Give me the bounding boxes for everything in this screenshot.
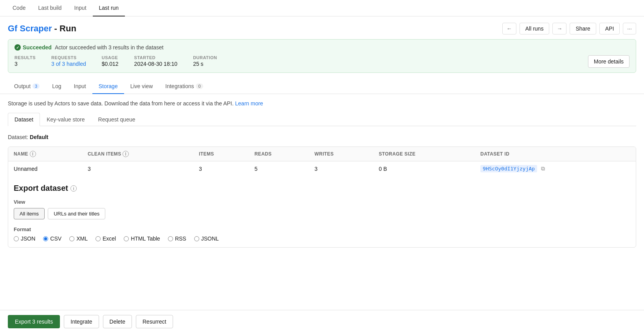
stat-duration-label: DURATION xyxy=(193,55,217,60)
stat-usage-label: USAGE xyxy=(102,55,119,60)
sub-tab-integrations[interactable]: Integrations 0 xyxy=(159,79,209,94)
sub-tab-output-label: Output xyxy=(14,83,31,89)
format-xml-radio[interactable] xyxy=(69,236,74,241)
format-csv[interactable]: CSV xyxy=(43,235,61,242)
col-clean-items: CLEAN ITEMS i xyxy=(82,147,193,161)
view-label: View xyxy=(14,199,630,205)
prev-button[interactable]: ← xyxy=(502,23,516,34)
stat-started-value: 2024-08-30 18:10 xyxy=(134,61,178,67)
col-clean-items-info[interactable]: i xyxy=(123,151,129,157)
sub-tab-output[interactable]: Output 3 xyxy=(8,79,46,94)
format-jsonl-radio[interactable] xyxy=(194,236,199,241)
format-rss[interactable]: RSS xyxy=(168,235,186,242)
table-header-row: NAME i CLEAN ITEMS i ITEMS READS WRITES … xyxy=(8,147,636,161)
more-button[interactable]: ··· xyxy=(623,23,636,34)
stat-usage: USAGE $0.012 xyxy=(102,55,119,67)
col-name: NAME i xyxy=(8,147,82,161)
stat-usage-value: $0.012 xyxy=(102,61,119,67)
output-badge: 3 xyxy=(32,83,40,89)
tab-code[interactable]: Code xyxy=(6,0,32,16)
sub-tab-storage[interactable]: Storage xyxy=(92,79,124,94)
col-writes: WRITES xyxy=(309,147,373,161)
stats-row: RESULTS 3 REQUESTS 3 of 3 handled USAGE … xyxy=(14,55,630,68)
storage-tabs: Dataset Key-value store Request queue xyxy=(8,113,636,126)
table-row: Unnamed 3 3 5 3 0 B 9HScOy0dI1YjzyjAp ⧉ xyxy=(8,161,636,176)
learn-more-link[interactable]: Learn more xyxy=(235,100,263,107)
api-button[interactable]: API xyxy=(599,23,620,34)
dataset-table-wrap: NAME i CLEAN ITEMS i ITEMS READS WRITES … xyxy=(8,147,636,248)
stat-results-value: 3 xyxy=(14,61,36,67)
storage-tab-request-queue[interactable]: Request queue xyxy=(92,113,142,126)
header-actions: ← All runs → Share API ··· xyxy=(502,23,636,34)
stat-started: STARTED 2024-08-30 18:10 xyxy=(134,55,178,67)
format-json[interactable]: JSON xyxy=(14,235,35,242)
stat-results: RESULTS 3 xyxy=(14,55,36,67)
dataset-id-value[interactable]: 9HScOy0dI1YjzyjAp xyxy=(480,165,537,172)
storage-tab-dataset[interactable]: Dataset xyxy=(8,113,40,126)
all-runs-button[interactable]: All runs xyxy=(520,23,550,34)
sub-tab-log-label: Log xyxy=(52,83,61,89)
sub-tab-log[interactable]: Log xyxy=(46,79,67,94)
sub-tab-input-label: Input xyxy=(74,83,86,89)
row-items: 3 xyxy=(193,161,249,176)
view-urls-titles[interactable]: URLs and their titles xyxy=(48,208,105,219)
stat-requests-value[interactable]: 3 of 3 handled xyxy=(51,61,86,67)
integrations-badge: 0 xyxy=(196,83,203,89)
col-name-info[interactable]: i xyxy=(30,151,36,157)
page-header: Gf Scraper - Run ← All runs → Share API … xyxy=(0,16,644,39)
main-content: Storage is used by Actors to save data. … xyxy=(0,94,644,254)
stat-duration-value: 25 s xyxy=(193,61,217,67)
status-text: Succeeded xyxy=(23,44,52,51)
format-excel-radio[interactable] xyxy=(96,236,101,241)
view-buttons: All items URLs and their titles xyxy=(14,208,630,219)
format-html-table[interactable]: HTML Table xyxy=(124,235,160,242)
tab-last-build[interactable]: Last build xyxy=(32,0,68,16)
dataset-name: Default xyxy=(30,134,48,140)
export-info-icon[interactable]: i xyxy=(70,185,77,192)
page-title: Gf Scraper - Run xyxy=(8,24,76,34)
check-icon: ✓ xyxy=(14,44,21,51)
row-clean-items: 3 xyxy=(82,161,193,176)
status-message: Actor succeeded with 3 results in the da… xyxy=(55,44,164,51)
row-storage-size: 0 B xyxy=(373,161,475,176)
tab-last-run[interactable]: Last run xyxy=(93,0,125,16)
col-items: ITEMS xyxy=(193,147,249,161)
sub-tab-live-view[interactable]: Live view xyxy=(124,79,159,94)
sub-tab-input[interactable]: Input xyxy=(68,79,92,94)
format-json-radio[interactable] xyxy=(14,236,19,241)
status-banner: ✓ Succeeded Actor succeeded with 3 resul… xyxy=(8,39,636,73)
storage-description: Storage is used by Actors to save data. … xyxy=(8,100,636,107)
stat-requests-label: REQUESTS xyxy=(51,55,86,60)
more-details-button[interactable]: More details xyxy=(588,55,630,68)
run-label: Run xyxy=(60,24,76,33)
sub-tab-integrations-label: Integrations xyxy=(165,83,194,89)
sub-tab-live-view-label: Live view xyxy=(130,83,153,89)
format-csv-radio[interactable] xyxy=(43,236,48,241)
status-line: ✓ Succeeded Actor succeeded with 3 resul… xyxy=(14,44,630,51)
sub-tab-storage-label: Storage xyxy=(99,83,118,89)
top-tab-bar: Code Last build Input Last run xyxy=(0,0,644,16)
format-jsonl[interactable]: JSONL xyxy=(194,235,219,242)
export-title: Export dataset i xyxy=(14,184,630,193)
format-html-radio[interactable] xyxy=(124,236,129,241)
next-button[interactable]: → xyxy=(552,23,566,34)
col-reads: READS xyxy=(249,147,309,161)
share-button[interactable]: Share xyxy=(570,23,596,34)
format-rss-radio[interactable] xyxy=(168,236,173,241)
title-separator: - xyxy=(52,24,60,33)
stat-duration: DURATION 25 s xyxy=(193,55,217,67)
row-name: Unnamed xyxy=(8,161,82,176)
tab-input[interactable]: Input xyxy=(68,0,92,16)
copy-icon[interactable]: ⧉ xyxy=(541,165,545,172)
actor-name[interactable]: Gf Scraper xyxy=(8,24,52,33)
format-xml[interactable]: XML xyxy=(69,235,88,242)
storage-tab-key-value[interactable]: Key-value store xyxy=(40,113,91,126)
dataset-table: NAME i CLEAN ITEMS i ITEMS READS WRITES … xyxy=(8,147,636,176)
dataset-label: Dataset: Default xyxy=(8,134,636,140)
format-excel[interactable]: Excel xyxy=(96,235,116,242)
view-all-items[interactable]: All items xyxy=(14,208,45,219)
col-storage-size: STORAGE SIZE xyxy=(373,147,475,161)
col-dataset-id: DATASET ID xyxy=(475,147,636,161)
row-reads: 5 xyxy=(249,161,309,176)
export-section: Export dataset i View All items URLs and… xyxy=(8,176,636,247)
